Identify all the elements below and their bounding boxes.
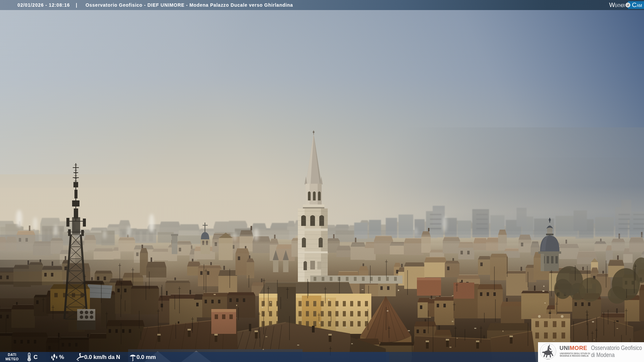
- svg-text:WEATHER: WEATHER: [609, 1, 625, 8]
- svg-text:1175: 1175: [546, 358, 550, 360]
